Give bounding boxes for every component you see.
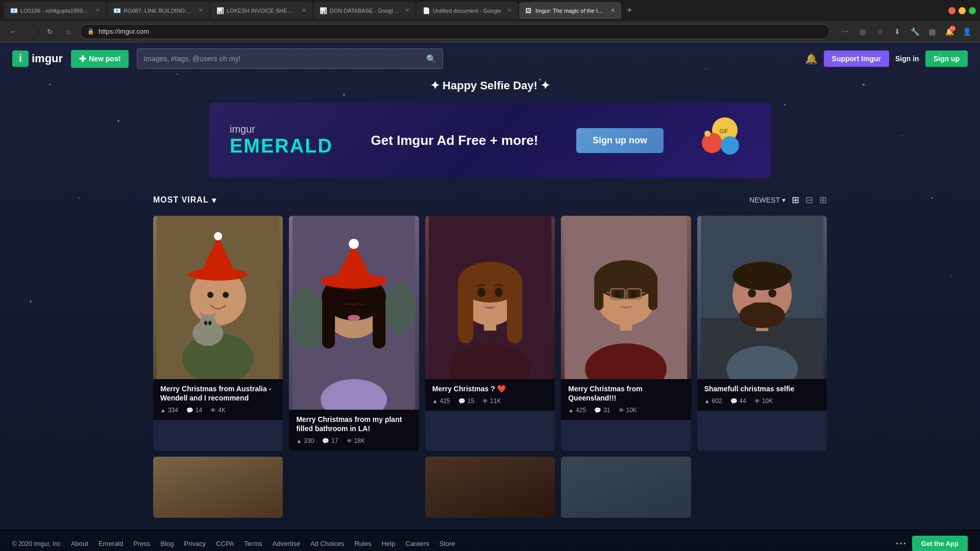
upvote-icon-5: ▲ <box>704 398 710 404</box>
home-button[interactable]: ⌂ <box>61 24 76 39</box>
svg-text:GIF: GIF <box>720 129 728 134</box>
image-card-8[interactable] <box>561 457 691 518</box>
imgur-logo[interactable]: i imgur <box>12 51 63 67</box>
signup-now-button[interactable]: Sign up now <box>576 128 664 153</box>
pocket-icon[interactable]: ◎ <box>855 24 870 39</box>
card3-illustration <box>425 216 555 379</box>
support-button[interactable]: Support Imgur <box>824 51 889 67</box>
most-viral-button[interactable]: MOST VIRAL ▾ <box>153 195 216 205</box>
get-app-button[interactable]: Get the App <box>912 536 968 551</box>
url-text: https://imgur.com <box>99 28 149 35</box>
card4-illustration <box>561 216 691 379</box>
tab1-close[interactable]: ✕ <box>95 7 100 14</box>
image-card-6[interactable] <box>153 457 283 518</box>
tab5-close[interactable]: ✕ <box>507 7 512 14</box>
sort-left: MOST VIRAL ▾ <box>153 195 216 205</box>
emerald-promo-text: Get Imgur Ad Free + more! <box>353 133 556 148</box>
tab-1[interactable]: 📧 LO0106 - rohitgupta1999321@... ✕ <box>4 2 106 19</box>
more-button[interactable]: ⋯ <box>838 24 852 39</box>
image-card-5[interactable]: Shamefull christmas selfie ▲ 602 💬 44 👁 <box>697 216 827 450</box>
footer-ccpa[interactable]: CCPA <box>216 540 234 547</box>
bookmark-icon[interactable]: ☆ <box>873 24 887 39</box>
tab-6[interactable]: 🖼 Imgur: The magic of the Intern... ✕ <box>519 2 621 19</box>
card5-comments: 💬 44 <box>730 397 746 405</box>
notifications-badge[interactable]: 🔔 15 <box>942 24 957 39</box>
footer-help[interactable]: Help <box>382 540 396 547</box>
window-minimize[interactable] <box>959 7 966 14</box>
extensions-icon[interactable]: 🔧 <box>908 24 922 39</box>
tab4-title: DON DATABASE - Google She... <box>330 8 399 14</box>
refresh-button[interactable]: ↻ <box>43 24 57 39</box>
svg-point-43 <box>477 288 485 297</box>
footer-dots: • • • <box>896 540 906 547</box>
sidebar-icon[interactable]: ▤ <box>925 24 939 39</box>
footer-terms[interactable]: Terms <box>244 540 262 547</box>
window-maximize[interactable] <box>969 7 976 14</box>
footer-ad-choices[interactable]: Ad Choices <box>310 540 344 547</box>
footer-emerald[interactable]: Emerald <box>99 540 123 547</box>
footer-privacy[interactable]: Privacy <box>184 540 206 547</box>
notification-icon[interactable]: 🔔 <box>805 53 818 65</box>
tab5-title: Untitled document - Google <box>433 8 501 14</box>
image-card-7[interactable] <box>425 457 555 518</box>
view-medium-button[interactable]: ⊟ <box>805 194 813 206</box>
footer-about[interactable]: About <box>71 540 88 547</box>
header-right: 🔔 Support Imgur Sign in Sign up <box>805 51 968 67</box>
window-close[interactable] <box>948 7 955 14</box>
card1-info: Merry Christmas from Australia - Wendell… <box>153 379 283 420</box>
card4-stats: ▲ 425 💬 31 👁 10K <box>568 407 683 414</box>
tab-2[interactable]: 📧 RG087: LINK BUILDING: CB N... ✕ <box>107 2 209 19</box>
footer-rules[interactable]: Rules <box>354 540 371 547</box>
signup-button[interactable]: Sign up <box>925 51 968 67</box>
card4-views: 👁 10K <box>619 407 637 414</box>
tab2-close[interactable]: ✕ <box>199 7 203 14</box>
image-card-2[interactable]: Merry Christmas from my plant filled bat… <box>289 216 419 450</box>
tab-4[interactable]: 📊 DON DATABASE - Google She... ✕ <box>313 2 415 19</box>
new-post-button[interactable]: ✚ New post <box>71 50 129 68</box>
card2-comment-count: 17 <box>331 437 338 444</box>
imgur-header: i imgur ✚ New post Images, #tags, @users… <box>0 42 980 75</box>
image-card-3[interactable]: Merry Christmas ? ❤️ ▲ 425 💬 15 👁 11K <box>425 216 555 450</box>
card2-view-count: 18K <box>354 437 365 444</box>
tab-5[interactable]: 📄 Untitled document - Google ✕ <box>416 2 518 19</box>
card4-view-count: 10K <box>626 407 637 414</box>
emerald-mascot: GIF <box>684 115 750 166</box>
footer-advertise[interactable]: Advertise <box>273 540 300 547</box>
card4-image <box>561 216 691 379</box>
image-grid-row2 <box>153 457 827 518</box>
card2-comments: 💬 17 <box>322 437 338 444</box>
footer-careers[interactable]: Careers <box>405 540 429 547</box>
forward-button[interactable]: → <box>24 24 39 39</box>
tab6-close[interactable]: ✕ <box>610 7 615 14</box>
newest-dropdown-icon: ▾ <box>782 196 786 204</box>
back-button[interactable]: ← <box>6 24 20 39</box>
profile-icon[interactable]: 👤 <box>960 24 974 39</box>
new-tab-button[interactable]: + <box>622 4 636 18</box>
image-card-1[interactable]: Merry Christmas from Australia - Wendell… <box>153 216 283 450</box>
newest-button[interactable]: NEWEST ▾ <box>749 196 786 204</box>
footer-press[interactable]: Press <box>133 540 150 547</box>
downloads-icon[interactable]: ⬇ <box>890 24 904 39</box>
url-bar[interactable]: 🔒 https://imgur.com <box>80 24 830 39</box>
card2-stats: ▲ 330 💬 17 👁 18K <box>296 437 411 444</box>
footer-blog[interactable]: Blog <box>161 540 174 547</box>
footer-store[interactable]: Store <box>439 540 455 547</box>
selfie-day-text: ✦ Happy Selfie Day! ✦ <box>430 79 550 92</box>
svg-point-64 <box>732 262 792 290</box>
search-bar[interactable]: Images, #tags, @users oh my! 🔍 <box>137 48 443 69</box>
selfie-day-banner: ✦ Happy Selfie Day! ✦ <box>0 75 980 96</box>
card1-title: Merry Christmas from Australia - Wendell… <box>160 384 276 403</box>
signin-button[interactable]: Sign in <box>895 55 919 63</box>
svg-point-24 <box>290 287 326 348</box>
svg-point-4 <box>721 136 739 155</box>
view-small-button[interactable]: ⊞ <box>819 194 827 206</box>
views-icon-4: 👁 <box>619 407 624 413</box>
tab-3[interactable]: 📊 LOKESH INVOICE SHEET - Go... ✕ <box>210 2 312 19</box>
card2-upvotes: ▲ 330 <box>296 437 314 444</box>
emerald-brand-name: imgur <box>230 123 333 135</box>
tab3-close[interactable]: ✕ <box>302 7 306 14</box>
view-large-button[interactable]: ⊞ <box>792 194 799 206</box>
image-card-4[interactable]: Merry Christmas from Queensland!!! ▲ 425… <box>561 216 691 450</box>
tab1-favicon: 📧 <box>10 7 17 14</box>
tab4-close[interactable]: ✕ <box>405 7 409 14</box>
